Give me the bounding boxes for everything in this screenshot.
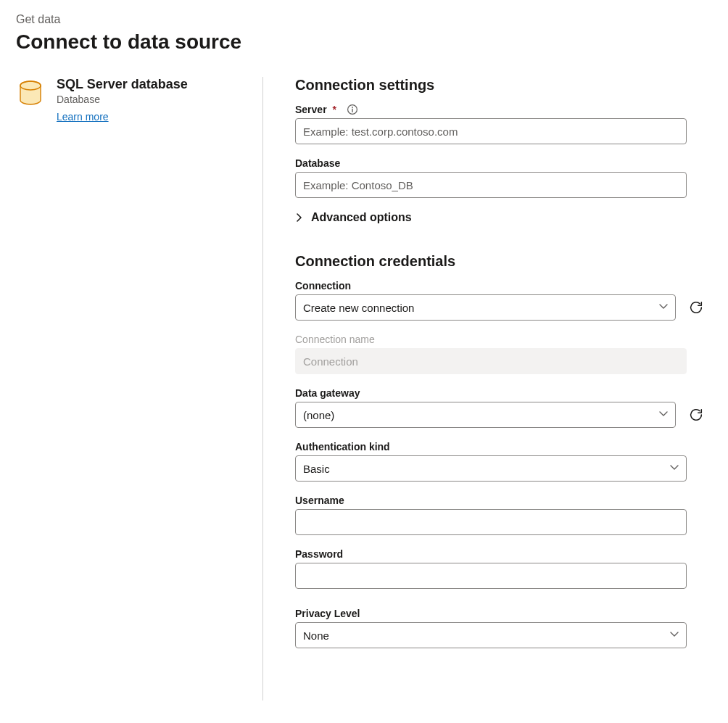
username-input[interactable] bbox=[295, 509, 687, 535]
username-label: Username bbox=[295, 495, 344, 506]
refresh-icon bbox=[688, 299, 704, 315]
chevron-right-icon bbox=[295, 213, 304, 222]
svg-rect-4 bbox=[352, 109, 352, 112]
refresh-icon bbox=[688, 407, 704, 423]
required-indicator: * bbox=[333, 104, 336, 115]
connector-summary: SQL Server database Database Learn more bbox=[16, 77, 262, 701]
privacy-level-label: Privacy Level bbox=[295, 608, 360, 619]
info-icon[interactable] bbox=[347, 104, 358, 115]
server-label: Server bbox=[295, 104, 327, 115]
page-title: Connect to data source bbox=[16, 30, 712, 54]
password-label: Password bbox=[295, 548, 343, 560]
server-input[interactable] bbox=[295, 118, 687, 144]
database-icon bbox=[16, 78, 45, 107]
connection-name-label: Connection name bbox=[295, 334, 375, 345]
database-label: Database bbox=[295, 157, 340, 169]
connection-label: Connection bbox=[295, 280, 351, 292]
data-gateway-select-value: (none) bbox=[303, 409, 334, 421]
connector-subtitle: Database bbox=[57, 94, 188, 105]
advanced-options-toggle[interactable]: Advanced options bbox=[295, 211, 705, 224]
database-input[interactable] bbox=[295, 172, 687, 198]
privacy-level-select-value: None bbox=[303, 629, 329, 642]
svg-point-3 bbox=[352, 107, 353, 108]
privacy-level-select[interactable]: None bbox=[295, 622, 687, 648]
auth-kind-label: Authentication kind bbox=[295, 441, 390, 453]
data-gateway-label: Data gateway bbox=[295, 387, 360, 399]
connection-name-input bbox=[295, 348, 687, 374]
breadcrumb: Get data bbox=[16, 13, 712, 26]
auth-kind-select-value: Basic bbox=[303, 463, 330, 475]
learn-more-link[interactable]: Learn more bbox=[57, 111, 109, 123]
connection-select[interactable]: Create new connection bbox=[295, 294, 676, 321]
connection-select-value: Create new connection bbox=[303, 302, 414, 314]
section-connection-settings: Connection settings bbox=[295, 77, 705, 94]
data-gateway-select[interactable]: (none) bbox=[295, 402, 676, 428]
refresh-gateway-button[interactable] bbox=[687, 406, 705, 424]
section-connection-credentials: Connection credentials bbox=[295, 253, 705, 270]
connector-title: SQL Server database bbox=[57, 77, 188, 92]
refresh-connection-button[interactable] bbox=[687, 299, 705, 316]
auth-kind-select[interactable]: Basic bbox=[295, 455, 687, 482]
password-input[interactable] bbox=[295, 563, 687, 589]
advanced-options-label: Advanced options bbox=[311, 211, 412, 224]
